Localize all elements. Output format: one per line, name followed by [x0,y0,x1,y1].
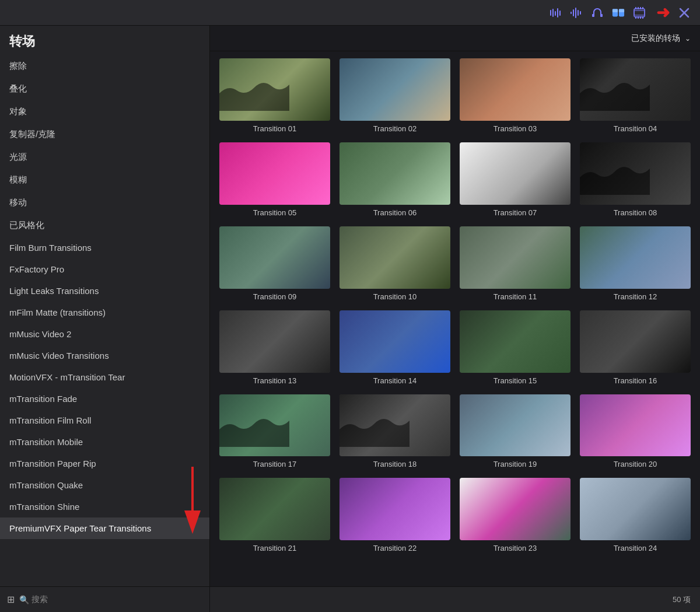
grid-item-t10[interactable]: Transition 10 [340,226,450,301]
sidebar-item-fuzhi[interactable]: 复制器/克隆 [0,123,209,146]
installed-label: 已安装的转场 ⌄ [631,33,691,44]
transition-label-t13: Transition 13 [219,376,330,385]
svg-rect-3 [557,8,558,18]
sidebar-item-yidong[interactable]: 移动 [0,191,209,214]
svg-rect-21 [642,7,643,9]
dropdown-chevron[interactable]: ⌄ [685,34,691,43]
sidebar-item-light-leaks[interactable]: Light Leaks Transitions [0,280,209,302]
grid-item-t01[interactable]: Transition 01 [219,58,330,133]
svg-rect-24 [640,16,641,19]
sidebar: 转场 擦除叠化对象复制器/克隆光源模糊移动已风格化Film Burn Trans… [0,26,210,612]
waveform-icon[interactable] [570,6,583,19]
svg-rect-5 [570,12,572,14]
sidebar-item-cuowu[interactable]: 擦除 [0,55,209,78]
search-icon[interactable]: 🔍 [19,595,29,604]
filmstrip-icon[interactable] [633,6,646,19]
content-header: 已安装的转场 ⌄ [210,26,700,51]
sidebar-item-mfilm-matte[interactable]: mFilm Matte (transitions) [0,302,209,323]
sidebar-item-premiumvfx-paper-tear[interactable]: PremiumVFX Paper Tear Transitions [0,517,209,539]
sidebar-item-mtransition-quake[interactable]: mTransition Quake [0,474,209,496]
svg-rect-20 [640,7,641,9]
svg-rect-11 [600,14,603,17]
grid-item-t04[interactable]: Transition 04 [580,58,691,133]
grid-item-t16[interactable]: Transition 16 [580,310,691,385]
headphones-icon[interactable] [591,6,604,19]
grid-item-t09[interactable]: Transition 09 [219,226,330,301]
grid-container: Transition 01Transition 02Transition 03T… [210,51,700,586]
svg-rect-23 [638,16,639,19]
grid-item-t05[interactable]: Transition 05 [219,142,330,217]
svg-rect-2 [555,11,556,16]
grid-item-t07[interactable]: Transition 07 [460,142,570,217]
transition-label-t08: Transition 08 [580,208,691,217]
grid-item-t08[interactable]: Transition 08 [580,142,691,217]
grid-view-icon[interactable]: ⊞ [7,594,15,605]
grid-item-t24[interactable]: Transition 24 [580,478,691,552]
svg-rect-25 [642,16,643,19]
grid-item-t21[interactable]: Transition 21 [219,478,330,552]
svg-rect-4 [559,11,561,16]
items-count: 50 项 [673,594,691,605]
svg-rect-1 [552,9,554,17]
svg-rect-16 [634,9,645,17]
transitions-grid: Transition 01Transition 02Transition 03T… [219,58,691,552]
grid-item-t19[interactable]: Transition 19 [460,394,570,469]
svg-rect-17 [634,11,645,15]
svg-rect-0 [550,10,551,16]
grid-item-t15[interactable]: Transition 15 [460,310,570,385]
search-wrapper: 🔍 搜索 [19,594,48,605]
grid-item-t06[interactable]: Transition 06 [340,142,450,217]
content-panel: 已安装的转场 ⌄ Transition 01Transition 02Trans… [210,26,700,612]
sidebar-item-mmusic-video2[interactable]: mMusic Video 2 [0,323,209,345]
grid-item-t18[interactable]: Transition 18 [340,394,450,469]
transition-label-t21: Transition 21 [219,544,330,552]
transition-label-t15: Transition 15 [460,376,570,385]
grid-item-t02[interactable]: Transition 02 [340,58,450,133]
sidebar-item-mtransition-shine[interactable]: mTransition Shine [0,496,209,517]
transition-label-t04: Transition 04 [580,124,691,133]
grid-item-t17[interactable]: Transition 17 [219,394,330,469]
grid-item-t14[interactable]: Transition 14 [340,310,450,385]
sidebar-item-mohu[interactable]: 模糊 [0,169,209,191]
main-container: 转场 擦除叠化对象复制器/克隆光源模糊移动已风格化Film Burn Trans… [0,26,700,612]
transition-label-t23: Transition 23 [460,544,570,552]
sidebar-item-mtransition-fade[interactable]: mTransition Fade [0,388,209,410]
grid-item-t13[interactable]: Transition 13 [219,310,330,385]
grid-item-t12[interactable]: Transition 12 [580,226,691,301]
sidebar-item-mtransition-mobile[interactable]: mTransition Mobile [0,431,209,453]
svg-rect-14 [612,9,618,12]
sidebar-item-diehua[interactable]: 叠化 [0,78,209,100]
sidebar-item-fxfactory[interactable]: FxFactory Pro [0,258,209,280]
svg-rect-6 [573,9,574,16]
sidebar-item-mmusic-video-trans[interactable]: mMusic Video Transitions [0,345,209,366]
transition-label-t03: Transition 03 [460,124,570,133]
sidebar-list: 擦除叠化对象复制器/克隆光源模糊移动已风格化Film Burn Transiti… [0,55,209,586]
grid-item-t11[interactable]: Transition 11 [460,226,570,301]
sidebar-item-film-burn[interactable]: Film Burn Transitions [0,237,209,258]
grid-item-t23[interactable]: Transition 23 [460,478,570,552]
content-footer: 50 项 [210,586,700,612]
clip-icon[interactable] [612,6,625,19]
sidebar-item-mtransition-filmroll[interactable]: mTransition Film Roll [0,410,209,431]
transition-label-t19: Transition 19 [460,460,570,468]
svg-rect-19 [638,7,639,9]
transition-label-t18: Transition 18 [340,460,450,468]
grid-item-t22[interactable]: Transition 22 [340,478,450,552]
sidebar-item-guangyuan[interactable]: 光源 [0,146,209,169]
grid-item-t03[interactable]: Transition 03 [460,58,570,133]
sidebar-item-motionvfx-tear[interactable]: MotionVFX - mTransition Tear [0,366,209,388]
close-icon[interactable] [678,6,691,19]
audio-meter-icon[interactable] [549,6,562,19]
toolbar: ➜ [0,0,700,26]
sidebar-item-mtransition-paperrip[interactable]: mTransition Paper Rip [0,453,209,474]
transition-label-t16: Transition 16 [580,376,691,385]
svg-rect-8 [578,10,579,16]
transition-label-t11: Transition 11 [460,292,570,301]
transition-label-t07: Transition 07 [460,208,570,217]
svg-rect-22 [635,16,636,19]
transition-label-t14: Transition 14 [340,376,450,385]
grid-item-t20[interactable]: Transition 20 [580,394,691,469]
sidebar-item-duixiang[interactable]: 对象 [0,100,209,123]
sidebar-item-yifengge[interactable]: 已风格化 [0,214,209,237]
transition-label-t12: Transition 12 [580,292,691,301]
